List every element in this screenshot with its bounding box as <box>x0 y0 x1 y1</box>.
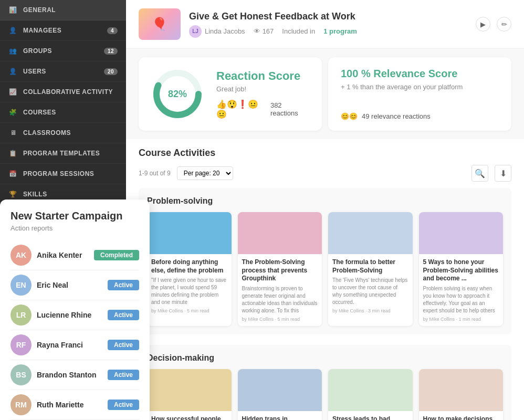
collab-icon: 📈 <box>8 87 18 97</box>
status-badge: Active <box>108 280 139 290</box>
card-image <box>328 212 413 254</box>
panel-subtitle: Action reports <box>11 224 139 232</box>
category-decision-making: Decision-making How successful people ma… <box>139 345 511 420</box>
category-title: Decision-making <box>147 353 503 363</box>
sidebar-badge-managees: 4 <box>107 27 118 34</box>
pagination-info: 1-9 out of 9 <box>139 170 171 177</box>
cards-grid: How successful people make decisions dif… <box>147 369 503 420</box>
eye-icon: 👁 <box>254 27 260 35</box>
card-excerpt: Problem solving is easy when you know ho… <box>423 285 499 314</box>
trophy-icon: 🏆 <box>8 190 18 199</box>
sidebar-item-label-group: 👤 USERS <box>8 67 46 76</box>
sidebar-label-skills: SKILLS <box>23 191 47 198</box>
course-info: Give & Get Honest Feedback at Work LJ Li… <box>189 11 467 38</box>
status-badge: Active <box>108 370 139 380</box>
edit-button[interactable]: ✏ <box>497 17 511 32</box>
sidebar-item-users[interactable]: 👤 USERS 20 <box>0 61 126 82</box>
card-title: How to make decisions more efficiently <box>423 415 499 420</box>
card-body: How to make decisions more efficiently W… <box>419 411 504 420</box>
program-link[interactable]: 1 program <box>323 27 357 35</box>
sidebar-label-groups: GROUPS <box>23 47 52 55</box>
sidebar-item-general[interactable]: 📊 GENERAL <box>0 0 126 20</box>
sidebar-item-managees[interactable]: 👤 MANAGEES 4 <box>0 20 126 41</box>
sidebar-item-classrooms[interactable]: 🖥 CLASSROOMS <box>0 123 126 143</box>
relevance-subtitle: + 1 % than the average on your platform <box>341 83 499 91</box>
activity-card[interactable]: Stress leads to bad decisions. Here's ho… <box>328 369 413 420</box>
activity-card[interactable]: Hidden traps in Decision-Making We can b… <box>238 369 322 420</box>
person-avatar: EN <box>11 275 32 296</box>
sidebar-item-label-group: 👤 MANAGEES <box>8 26 61 35</box>
activity-card[interactable]: Before doing anything else, define the p… <box>147 212 232 326</box>
relevance-title: 100 % Relevance Score <box>341 68 499 80</box>
sidebar-item-label-group: 📊 GENERAL <box>8 5 56 15</box>
course-author: LJ Linda Jacobs <box>189 25 245 38</box>
download-button[interactable]: ⬇ <box>495 165 511 182</box>
card-image <box>328 369 413 411</box>
person-name: Lucienne Rhine <box>37 311 102 319</box>
card-title: Before doing anything else, define the p… <box>151 258 227 275</box>
card-title: 5 Ways to hone your Problem-Solving abil… <box>423 258 499 283</box>
left-panel: New Starter Campaign Action reports AK A… <box>0 200 150 420</box>
reaction-score-card: 82% Reaction Score Great job! 👍😲❗😐😐 382 … <box>139 57 322 131</box>
person-name: Anika Kenter <box>37 251 89 259</box>
person-row[interactable]: RM Ruth Mariette Active <box>11 390 139 420</box>
reaction-score-info: Reaction Score Great job! 👍😲❗😐😐 382 reac… <box>216 69 309 119</box>
card-author: by Mike Collins · 5 min read <box>242 317 318 322</box>
person-row[interactable]: LR Lucienne Rhine Active <box>11 300 139 330</box>
person-row[interactable]: AK Anika Kenter Completed <box>11 240 139 270</box>
person-row[interactable]: BS Brandon Stanton Active <box>11 360 139 390</box>
course-actions: ▶ ✏ <box>476 17 511 32</box>
card-body: The Problem-Solving process that prevent… <box>238 254 322 326</box>
author-name: Linda Jacobs <box>205 27 245 35</box>
person-avatar: RF <box>11 334 32 355</box>
sidebar-item-program-sessions[interactable]: 📅 PROGRAM SESSIONS <box>0 164 126 184</box>
activities-grid: Problem-solving Before doing anything el… <box>126 188 524 420</box>
sidebar-item-label-group: 📈 COLLABORATIVE ACTIVITY <box>8 87 113 97</box>
card-excerpt: Brainstorming is proven to generate fewe… <box>242 285 318 314</box>
category-title: Problem-solving <box>147 196 503 206</box>
card-title: The Problem-Solving process that prevent… <box>242 258 318 283</box>
card-image <box>238 212 322 254</box>
card-author: by Mike Collins · 3 min read <box>332 308 408 313</box>
status-badge: Active <box>108 400 139 410</box>
calendar-icon: 📅 <box>8 169 18 178</box>
activity-card[interactable]: The Problem-Solving process that prevent… <box>238 212 322 326</box>
sidebar-label-managees: MANAGEES <box>23 27 61 34</box>
panel-title: New Starter Campaign <box>11 210 139 222</box>
person-row[interactable]: RF Rayna Franci Active <box>11 330 139 360</box>
sidebar-item-program-templates[interactable]: 📋 PROGRAM TEMPLATES <box>0 143 126 164</box>
per-page-select[interactable]: Per page: 20 Per page: 10 Per page: 50 <box>177 166 233 180</box>
search-button[interactable]: 🔍 <box>471 165 488 182</box>
sidebar-label-program-sessions: PROGRAM SESSIONS <box>23 170 94 177</box>
card-excerpt: The 'Five Whys' technique helps to uncov… <box>332 277 408 306</box>
chart-icon: 📊 <box>8 5 18 15</box>
reaction-emojis-row: 👍😲❗😐😐 382 reactions <box>216 99 309 119</box>
activity-card[interactable]: How to make decisions more efficiently W… <box>419 369 504 420</box>
card-image <box>147 369 232 411</box>
sidebar-badge-groups: 12 <box>104 48 118 55</box>
play-button[interactable]: ▶ <box>476 17 490 32</box>
card-title: How successful people make decisions dif… <box>151 415 227 420</box>
sidebar-item-label-group: 🏆 SKILLS <box>8 190 47 199</box>
person-avatar: BS <box>11 364 32 385</box>
scrollable-content: Problem-solving Before doing anything el… <box>126 188 524 420</box>
activity-card[interactable]: 5 Ways to hone your Problem-Solving abil… <box>419 212 504 326</box>
activity-card[interactable]: How successful people make decisions dif… <box>147 369 232 420</box>
donut-value: 82% <box>168 89 187 100</box>
relevance-emojis: 😊😊 <box>341 112 358 120</box>
sidebar-item-groups[interactable]: 👥 GROUPS 12 <box>0 41 126 61</box>
card-body: How successful people make decisions dif… <box>147 411 232 420</box>
card-body: Before doing anything else, define the p… <box>147 254 232 318</box>
sidebar-item-collaborative[interactable]: 📈 COLLABORATIVE ACTIVITY <box>0 82 126 102</box>
person-avatar: LR <box>11 304 32 326</box>
status-badge: Active <box>108 310 139 320</box>
course-meta: LJ Linda Jacobs 👁 167 Included in 1 prog… <box>189 25 467 38</box>
activities-toolbar: 1-9 out of 9 Per page: 20 Per page: 10 P… <box>139 165 511 182</box>
sidebar-item-courses[interactable]: 🧩 COURSES <box>0 102 126 123</box>
card-title: Hidden traps in Decision-Making <box>242 415 318 420</box>
activity-card[interactable]: The formula to better Problem-Solving Th… <box>328 212 413 326</box>
activities-section: Course Activities 1-9 out of 9 Per page:… <box>126 139 524 188</box>
person-row[interactable]: EN Eric Neal Active <box>11 270 139 300</box>
reactions-count: 382 reactions <box>270 101 309 117</box>
relevance-count: 49 relevance reactions <box>362 112 431 120</box>
